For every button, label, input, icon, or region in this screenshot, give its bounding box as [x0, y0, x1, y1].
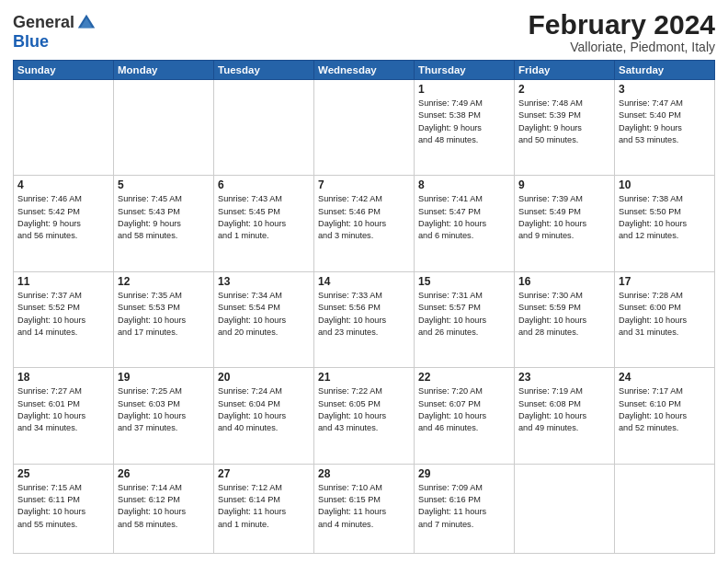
day-info: Sunrise: 7:20 AM Sunset: 6:07 PM Dayligh…	[418, 385, 510, 434]
day-info: Sunrise: 7:09 AM Sunset: 6:16 PM Dayligh…	[418, 482, 510, 531]
day-number: 24	[619, 371, 711, 384]
day-number: 5	[118, 178, 210, 191]
page: General Blue February 2024 Valloriate, P…	[0, 0, 728, 563]
day-number: 4	[17, 178, 109, 191]
day-number: 13	[218, 275, 310, 288]
day-info: Sunrise: 7:42 AM Sunset: 5:46 PM Dayligh…	[318, 193, 410, 242]
day-of-week-monday: Monday	[114, 61, 214, 80]
logo: General Blue	[13, 13, 97, 52]
day-number: 15	[418, 275, 510, 288]
calendar-cell: 28Sunrise: 7:10 AM Sunset: 6:15 PM Dayli…	[314, 464, 415, 553]
day-number: 18	[17, 371, 109, 384]
calendar-cell	[14, 80, 114, 176]
day-number: 11	[17, 275, 109, 288]
day-info: Sunrise: 7:15 AM Sunset: 6:11 PM Dayligh…	[17, 482, 109, 531]
calendar-cell: 26Sunrise: 7:14 AM Sunset: 6:12 PM Dayli…	[114, 464, 214, 553]
calendar-week-row: 25Sunrise: 7:15 AM Sunset: 6:11 PM Dayli…	[14, 464, 715, 553]
day-number: 27	[218, 467, 310, 480]
calendar-cell: 12Sunrise: 7:35 AM Sunset: 5:53 PM Dayli…	[114, 271, 214, 367]
day-number: 28	[318, 467, 410, 480]
day-info: Sunrise: 7:39 AM Sunset: 5:49 PM Dayligh…	[518, 193, 610, 242]
day-number: 17	[619, 275, 711, 288]
day-info: Sunrise: 7:49 AM Sunset: 5:38 PM Dayligh…	[418, 98, 510, 146]
calendar-cell: 13Sunrise: 7:34 AM Sunset: 5:54 PM Dayli…	[214, 271, 314, 367]
location: Valloriate, Piedmont, Italy	[529, 40, 715, 54]
calendar-cell: 10Sunrise: 7:38 AM Sunset: 5:50 PM Dayli…	[615, 176, 715, 271]
calendar-cell	[615, 464, 715, 553]
calendar-cell	[114, 80, 214, 176]
day-of-week-wednesday: Wednesday	[314, 61, 415, 80]
calendar-cell: 6Sunrise: 7:43 AM Sunset: 5:45 PM Daylig…	[214, 176, 314, 271]
calendar-cell: 21Sunrise: 7:22 AM Sunset: 6:05 PM Dayli…	[314, 368, 415, 464]
calendar-cell: 1Sunrise: 7:49 AM Sunset: 5:38 PM Daylig…	[415, 80, 515, 176]
day-info: Sunrise: 7:12 AM Sunset: 6:14 PM Dayligh…	[218, 482, 310, 531]
day-number: 6	[218, 178, 310, 191]
day-info: Sunrise: 7:33 AM Sunset: 5:56 PM Dayligh…	[318, 290, 410, 339]
day-number: 12	[118, 275, 210, 288]
calendar-cell: 4Sunrise: 7:46 AM Sunset: 5:42 PM Daylig…	[14, 176, 114, 271]
logo-icon	[76, 13, 97, 33]
day-number: 22	[418, 371, 510, 384]
calendar-cell: 11Sunrise: 7:37 AM Sunset: 5:52 PM Dayli…	[14, 271, 114, 367]
day-of-week-tuesday: Tuesday	[214, 61, 314, 80]
day-info: Sunrise: 7:19 AM Sunset: 6:08 PM Dayligh…	[518, 385, 610, 434]
calendar-cell: 2Sunrise: 7:48 AM Sunset: 5:39 PM Daylig…	[515, 80, 615, 176]
day-info: Sunrise: 7:25 AM Sunset: 6:03 PM Dayligh…	[118, 385, 210, 434]
day-number: 21	[318, 371, 410, 384]
calendar-cell	[515, 464, 615, 553]
calendar-week-row: 18Sunrise: 7:27 AM Sunset: 6:01 PM Dayli…	[14, 368, 715, 464]
day-info: Sunrise: 7:46 AM Sunset: 5:42 PM Dayligh…	[17, 193, 109, 242]
day-info: Sunrise: 7:14 AM Sunset: 6:12 PM Dayligh…	[118, 482, 210, 531]
day-of-week-saturday: Saturday	[615, 61, 715, 80]
day-number: 25	[17, 467, 109, 480]
calendar-cell	[214, 80, 314, 176]
day-number: 29	[418, 467, 510, 480]
calendar-cell: 17Sunrise: 7:28 AM Sunset: 6:00 PM Dayli…	[615, 271, 715, 367]
month-year: February 2024	[529, 9, 715, 40]
day-number: 14	[318, 275, 410, 288]
day-info: Sunrise: 7:34 AM Sunset: 5:54 PM Dayligh…	[218, 290, 310, 339]
calendar-cell: 19Sunrise: 7:25 AM Sunset: 6:03 PM Dayli…	[114, 368, 214, 464]
calendar-cell: 25Sunrise: 7:15 AM Sunset: 6:11 PM Dayli…	[14, 464, 114, 553]
calendar-week-row: 11Sunrise: 7:37 AM Sunset: 5:52 PM Dayli…	[14, 271, 715, 367]
calendar-cell: 8Sunrise: 7:41 AM Sunset: 5:47 PM Daylig…	[415, 176, 515, 271]
day-info: Sunrise: 7:17 AM Sunset: 6:10 PM Dayligh…	[619, 385, 711, 434]
calendar-week-row: 4Sunrise: 7:46 AM Sunset: 5:42 PM Daylig…	[14, 176, 715, 271]
calendar-cell: 16Sunrise: 7:30 AM Sunset: 5:59 PM Dayli…	[515, 271, 615, 367]
day-info: Sunrise: 7:35 AM Sunset: 5:53 PM Dayligh…	[118, 290, 210, 339]
calendar-cell: 29Sunrise: 7:09 AM Sunset: 6:16 PM Dayli…	[415, 464, 515, 553]
header: General Blue February 2024 Valloriate, P…	[13, 9, 715, 54]
day-number: 26	[118, 467, 210, 480]
calendar-cell: 27Sunrise: 7:12 AM Sunset: 6:14 PM Dayli…	[214, 464, 314, 553]
calendar-cell: 18Sunrise: 7:27 AM Sunset: 6:01 PM Dayli…	[14, 368, 114, 464]
day-number: 20	[218, 371, 310, 384]
calendar-cell: 14Sunrise: 7:33 AM Sunset: 5:56 PM Dayli…	[314, 271, 415, 367]
day-number: 19	[118, 371, 210, 384]
logo-blue-text: Blue	[13, 32, 49, 51]
day-info: Sunrise: 7:10 AM Sunset: 6:15 PM Dayligh…	[318, 482, 410, 531]
day-number: 23	[518, 371, 610, 384]
day-of-week-thursday: Thursday	[415, 61, 515, 80]
calendar-cell: 15Sunrise: 7:31 AM Sunset: 5:57 PM Dayli…	[415, 271, 515, 367]
calendar-header-row: SundayMondayTuesdayWednesdayThursdayFrid…	[14, 61, 715, 80]
day-info: Sunrise: 7:27 AM Sunset: 6:01 PM Dayligh…	[17, 385, 109, 434]
day-number: 8	[418, 178, 510, 191]
day-info: Sunrise: 7:37 AM Sunset: 5:52 PM Dayligh…	[17, 290, 109, 339]
day-info: Sunrise: 7:38 AM Sunset: 5:50 PM Dayligh…	[619, 193, 711, 242]
day-info: Sunrise: 7:41 AM Sunset: 5:47 PM Dayligh…	[418, 193, 510, 242]
calendar-cell: 7Sunrise: 7:42 AM Sunset: 5:46 PM Daylig…	[314, 176, 415, 271]
title-block: February 2024 Valloriate, Piedmont, Ital…	[529, 9, 715, 54]
day-info: Sunrise: 7:30 AM Sunset: 5:59 PM Dayligh…	[518, 290, 610, 339]
calendar-cell: 20Sunrise: 7:24 AM Sunset: 6:04 PM Dayli…	[214, 368, 314, 464]
day-info: Sunrise: 7:47 AM Sunset: 5:40 PM Dayligh…	[619, 98, 711, 146]
calendar-cell: 3Sunrise: 7:47 AM Sunset: 5:40 PM Daylig…	[615, 80, 715, 176]
calendar-week-row: 1Sunrise: 7:49 AM Sunset: 5:38 PM Daylig…	[14, 80, 715, 176]
day-info: Sunrise: 7:48 AM Sunset: 5:39 PM Dayligh…	[518, 98, 610, 146]
day-number: 10	[619, 178, 711, 191]
day-number: 2	[518, 83, 610, 96]
day-number: 16	[518, 275, 610, 288]
day-number: 3	[619, 83, 711, 96]
calendar-cell: 23Sunrise: 7:19 AM Sunset: 6:08 PM Dayli…	[515, 368, 615, 464]
day-number: 7	[318, 178, 410, 191]
day-info: Sunrise: 7:43 AM Sunset: 5:45 PM Dayligh…	[218, 193, 310, 242]
